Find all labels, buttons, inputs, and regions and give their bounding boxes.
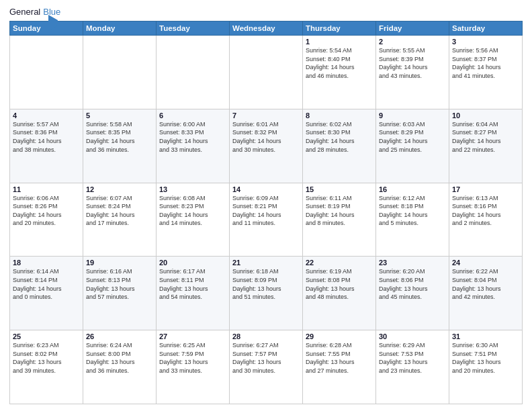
day-detail: Sunrise: 6:29 AMSunset: 7:53 PMDaylight:… [379, 341, 446, 375]
header: GeneralBlue [9, 7, 523, 17]
day-number: 9 [379, 111, 446, 120]
calendar-cell: 27Sunrise: 6:25 AMSunset: 7:59 PMDayligh… [157, 330, 230, 404]
page: GeneralBlue SundayMondayTuesdayWednesday… [0, 0, 532, 411]
svg-marker-0 [48, 15, 58, 31]
day-detail: Sunrise: 6:24 AMSunset: 8:00 PMDaylight:… [86, 341, 153, 375]
calendar-cell [83, 36, 157, 109]
day-detail: Sunrise: 5:54 AMSunset: 8:40 PMDaylight:… [306, 46, 373, 80]
calendar-cell: 10Sunrise: 6:04 AMSunset: 8:27 PMDayligh… [449, 109, 523, 183]
calendar-cell: 4Sunrise: 5:57 AMSunset: 8:36 PMDaylight… [10, 109, 83, 183]
calendar-cell [230, 36, 303, 109]
calendar-cell [157, 36, 230, 109]
day-number: 29 [306, 332, 373, 340]
day-detail: Sunrise: 6:22 AMSunset: 8:04 PMDaylight:… [452, 267, 519, 301]
calendar-header-saturday: Saturday [449, 21, 523, 36]
calendar-cell: 25Sunrise: 6:23 AMSunset: 8:02 PMDayligh… [10, 330, 83, 404]
day-number: 30 [379, 332, 446, 340]
day-detail: Sunrise: 5:58 AMSunset: 8:35 PMDaylight:… [86, 120, 153, 154]
calendar-cell: 16Sunrise: 6:12 AMSunset: 8:18 PMDayligh… [376, 183, 449, 257]
day-detail: Sunrise: 6:12 AMSunset: 8:18 PMDaylight:… [379, 194, 446, 228]
calendar-cell: 21Sunrise: 6:18 AMSunset: 8:09 PMDayligh… [230, 257, 303, 330]
logo-triangle-icon [48, 13, 58, 32]
day-detail: Sunrise: 6:02 AMSunset: 8:30 PMDaylight:… [306, 120, 373, 154]
day-detail: Sunrise: 6:14 AMSunset: 8:14 PMDaylight:… [13, 267, 80, 301]
day-detail: Sunrise: 6:28 AMSunset: 7:55 PMDaylight:… [306, 341, 373, 375]
calendar-cell: 7Sunrise: 6:01 AMSunset: 8:32 PMDaylight… [230, 109, 303, 183]
calendar-cell: 8Sunrise: 6:02 AMSunset: 8:30 PMDaylight… [303, 109, 376, 183]
day-number: 12 [86, 185, 153, 193]
day-number: 8 [306, 111, 373, 120]
day-number: 22 [306, 259, 373, 267]
calendar-cell: 5Sunrise: 5:58 AMSunset: 8:35 PMDaylight… [83, 109, 157, 183]
logo: GeneralBlue [9, 7, 60, 17]
calendar-week-1: 1Sunrise: 5:54 AMSunset: 8:40 PMDaylight… [10, 36, 523, 109]
calendar-cell: 12Sunrise: 6:07 AMSunset: 8:24 PMDayligh… [83, 183, 157, 257]
day-number: 23 [379, 259, 446, 267]
calendar-cell: 19Sunrise: 6:16 AMSunset: 8:13 PMDayligh… [83, 257, 157, 330]
day-number: 4 [13, 111, 80, 120]
calendar-cell: 26Sunrise: 6:24 AMSunset: 8:00 PMDayligh… [83, 330, 157, 404]
day-detail: Sunrise: 6:18 AMSunset: 8:09 PMDaylight:… [232, 267, 300, 301]
calendar-cell: 3Sunrise: 5:56 AMSunset: 8:37 PMDaylight… [449, 36, 523, 109]
day-detail: Sunrise: 6:25 AMSunset: 7:59 PMDaylight:… [159, 341, 226, 375]
day-detail: Sunrise: 6:13 AMSunset: 8:16 PMDaylight:… [452, 194, 519, 228]
calendar-cell: 31Sunrise: 6:30 AMSunset: 7:51 PMDayligh… [449, 330, 523, 404]
day-detail: Sunrise: 6:00 AMSunset: 8:33 PMDaylight:… [159, 120, 226, 154]
calendar-week-2: 4Sunrise: 5:57 AMSunset: 8:36 PMDaylight… [10, 109, 523, 183]
calendar-cell: 2Sunrise: 5:55 AMSunset: 8:39 PMDaylight… [376, 36, 449, 109]
day-number: 15 [306, 185, 373, 193]
calendar-week-3: 11Sunrise: 6:06 AMSunset: 8:26 PMDayligh… [10, 183, 523, 257]
day-number: 19 [86, 259, 153, 267]
day-detail: Sunrise: 6:11 AMSunset: 8:19 PMDaylight:… [306, 194, 373, 228]
day-number: 31 [452, 332, 519, 340]
calendar-cell: 17Sunrise: 6:13 AMSunset: 8:16 PMDayligh… [449, 183, 523, 257]
calendar-header-row: SundayMondayTuesdayWednesdayThursdayFrid… [10, 21, 523, 36]
day-detail: Sunrise: 6:01 AMSunset: 8:32 PMDaylight:… [232, 120, 300, 154]
day-number: 14 [232, 185, 300, 193]
day-detail: Sunrise: 5:56 AMSunset: 8:37 PMDaylight:… [452, 46, 519, 80]
calendar-week-5: 25Sunrise: 6:23 AMSunset: 8:02 PMDayligh… [10, 330, 523, 404]
day-number: 28 [232, 332, 300, 340]
day-detail: Sunrise: 6:23 AMSunset: 8:02 PMDaylight:… [13, 341, 80, 375]
day-number: 2 [379, 38, 446, 46]
calendar-header-tuesday: Tuesday [157, 21, 230, 36]
day-number: 3 [452, 38, 519, 46]
day-detail: Sunrise: 6:17 AMSunset: 8:11 PMDaylight:… [159, 267, 226, 301]
day-detail: Sunrise: 6:16 AMSunset: 8:13 PMDaylight:… [86, 267, 153, 301]
day-number: 13 [159, 185, 226, 193]
calendar-cell: 15Sunrise: 6:11 AMSunset: 8:19 PMDayligh… [303, 183, 376, 257]
calendar-header-sunday: Sunday [10, 21, 83, 36]
calendar-header-thursday: Thursday [303, 21, 376, 36]
calendar-cell: 6Sunrise: 6:00 AMSunset: 8:33 PMDaylight… [157, 109, 230, 183]
calendar-cell: 29Sunrise: 6:28 AMSunset: 7:55 PMDayligh… [303, 330, 376, 404]
day-detail: Sunrise: 6:04 AMSunset: 8:27 PMDaylight:… [452, 120, 519, 154]
day-number: 25 [13, 332, 80, 340]
day-detail: Sunrise: 6:06 AMSunset: 8:26 PMDaylight:… [13, 194, 80, 228]
day-number: 24 [452, 259, 519, 267]
day-detail: Sunrise: 5:57 AMSunset: 8:36 PMDaylight:… [13, 120, 80, 154]
calendar-cell: 1Sunrise: 5:54 AMSunset: 8:40 PMDaylight… [303, 36, 376, 109]
calendar-header-monday: Monday [83, 21, 157, 36]
day-detail: Sunrise: 6:03 AMSunset: 8:29 PMDaylight:… [379, 120, 446, 154]
calendar-cell: 9Sunrise: 6:03 AMSunset: 8:29 PMDaylight… [376, 109, 449, 183]
day-number: 18 [13, 259, 80, 267]
day-number: 7 [232, 111, 300, 120]
calendar-cell: 23Sunrise: 6:20 AMSunset: 8:06 PMDayligh… [376, 257, 449, 330]
day-number: 27 [159, 332, 226, 340]
calendar-cell: 28Sunrise: 6:27 AMSunset: 7:57 PMDayligh… [230, 330, 303, 404]
day-number: 5 [86, 111, 153, 120]
day-number: 21 [232, 259, 300, 267]
day-number: 1 [306, 38, 373, 46]
day-number: 11 [13, 185, 80, 193]
day-number: 17 [452, 185, 519, 193]
calendar-cell: 24Sunrise: 6:22 AMSunset: 8:04 PMDayligh… [449, 257, 523, 330]
calendar-cell: 18Sunrise: 6:14 AMSunset: 8:14 PMDayligh… [10, 257, 83, 330]
day-detail: Sunrise: 5:55 AMSunset: 8:39 PMDaylight:… [379, 46, 446, 80]
calendar-week-4: 18Sunrise: 6:14 AMSunset: 8:14 PMDayligh… [10, 257, 523, 330]
calendar-header-wednesday: Wednesday [230, 21, 303, 36]
calendar-cell: 30Sunrise: 6:29 AMSunset: 7:53 PMDayligh… [376, 330, 449, 404]
day-number: 20 [159, 259, 226, 267]
calendar-header-friday: Friday [376, 21, 449, 36]
calendar-cell: 22Sunrise: 6:19 AMSunset: 8:08 PMDayligh… [303, 257, 376, 330]
calendar-cell [10, 36, 83, 109]
